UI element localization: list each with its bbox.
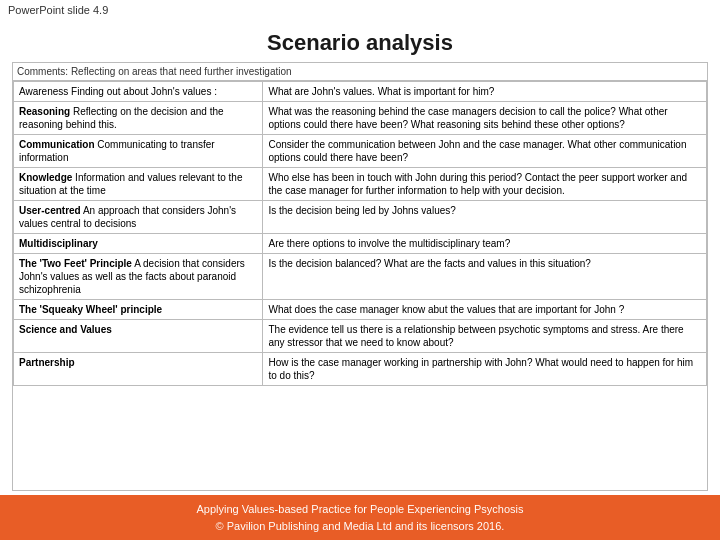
table-row: Science and ValuesThe evidence tell us t… [14, 320, 707, 353]
table-cell-col1: Communication Communicating to transfer … [14, 135, 263, 168]
table-cell-col2: Is the decision being led by Johns value… [263, 201, 707, 234]
page-title: Scenario analysis [12, 30, 708, 56]
table-container: Awareness Finding out about John's value… [12, 80, 708, 491]
table-cell-col1: Partnership [14, 353, 263, 386]
table-cell-col2: How is the case manager working in partn… [263, 353, 707, 386]
table-row: Awareness Finding out about John's value… [14, 82, 707, 102]
slide-label: PowerPoint slide 4.9 [0, 0, 720, 18]
table-row: MultidisciplinaryAre there options to in… [14, 234, 707, 254]
table-cell-col2: What are John's values. What is importan… [263, 82, 707, 102]
table-cell-col2: What does the case manager know abut the… [263, 300, 707, 320]
table-cell-col1: Multidisciplinary [14, 234, 263, 254]
table-cell-col1: User-centred An approach that considers … [14, 201, 263, 234]
table-row: Communication Communicating to transfer … [14, 135, 707, 168]
table-row: The 'Two Feet' Principle A decision that… [14, 254, 707, 300]
main-content: Scenario analysis Comments: Reflecting o… [0, 18, 720, 495]
table-cell-col2: Who else has been in touch with John dur… [263, 168, 707, 201]
table-row: Reasoning Reflecting on the decision and… [14, 102, 707, 135]
title-area: Scenario analysis [12, 22, 708, 62]
table-cell-col1: Awareness Finding out about John's value… [14, 82, 263, 102]
table-cell-col2: Consider the communication between John … [263, 135, 707, 168]
table-cell-col2: What was the reasoning behind the case m… [263, 102, 707, 135]
table-cell-col2: Are there options to involve the multidi… [263, 234, 707, 254]
table-cell-col2: The evidence tell us there is a relation… [263, 320, 707, 353]
table-cell-col1: The 'Two Feet' Principle A decision that… [14, 254, 263, 300]
table-row: PartnershipHow is the case manager worki… [14, 353, 707, 386]
table-row: The 'Squeaky Wheel' principleWhat does t… [14, 300, 707, 320]
app: PowerPoint slide 4.9 Scenario analysis C… [0, 0, 720, 540]
table-cell-col1: Reasoning Reflecting on the decision and… [14, 102, 263, 135]
table-cell-col1: Knowledge Information and values relevan… [14, 168, 263, 201]
comments-row: Comments: Reflecting on areas that need … [12, 62, 708, 80]
table-body: Awareness Finding out about John's value… [14, 82, 707, 386]
table-cell-col2: Is the decision balanced? What are the f… [263, 254, 707, 300]
table-cell-col1: The 'Squeaky Wheel' principle [14, 300, 263, 320]
table-row: Knowledge Information and values relevan… [14, 168, 707, 201]
footer-line1: Applying Values-based Practice for Peopl… [4, 501, 716, 518]
footer-line2: © Pavilion Publishing and Media Ltd and … [4, 518, 716, 535]
scenario-table: Awareness Finding out about John's value… [13, 81, 707, 386]
footer: Applying Values-based Practice for Peopl… [0, 495, 720, 540]
table-row: User-centred An approach that considers … [14, 201, 707, 234]
table-cell-col1: Science and Values [14, 320, 263, 353]
